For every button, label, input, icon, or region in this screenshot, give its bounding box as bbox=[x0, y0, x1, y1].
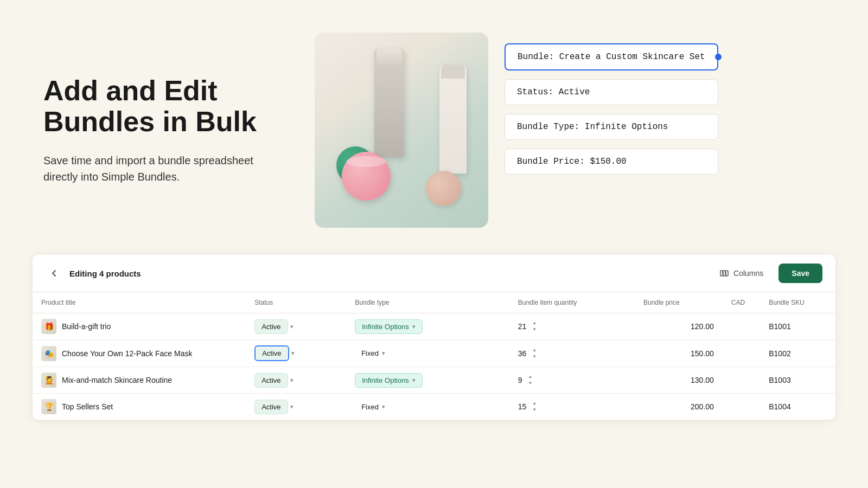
status-dropdown[interactable]: Active ▾ bbox=[254, 319, 337, 334]
col-header-status: Status bbox=[246, 292, 346, 313]
quantity-up[interactable]: ▲ bbox=[531, 348, 538, 353]
status-badge[interactable]: Active bbox=[254, 373, 288, 388]
table-row: 🎁 Build-a-gift trio Active ▾ Infinite Op… bbox=[33, 313, 835, 340]
price-value: 120.00 bbox=[691, 322, 714, 331]
hero-visual: Bundle: Create a Custom Skincare Set Sta… bbox=[315, 33, 825, 228]
quantity-down[interactable]: ▼ bbox=[531, 407, 538, 413]
quantity-spinner[interactable]: ▲ ▼ bbox=[531, 348, 538, 359]
status-badge[interactable]: Active bbox=[254, 345, 289, 361]
product-title-cell: 🎭 Choose Your Own 12-Pack Face Mask bbox=[33, 340, 246, 367]
sku-cell: B1002 bbox=[760, 340, 835, 367]
bundle-type-cell[interactable]: Infinite Options ▾ bbox=[346, 367, 509, 394]
bundle-type-badge[interactable]: Fixed ▾ bbox=[355, 346, 392, 360]
quantity-cell: 9 ▲ ▼ bbox=[509, 367, 635, 394]
product-thumbnail: 🎭 bbox=[41, 346, 56, 361]
col-header-price: Bundle price bbox=[635, 292, 723, 313]
cad-cell bbox=[723, 367, 760, 394]
editing-label: Editing 4 products bbox=[69, 269, 141, 278]
back-button[interactable] bbox=[46, 265, 63, 282]
status-cell[interactable]: Active ▾ bbox=[246, 394, 346, 420]
quantity-cell: 36 ▲ ▼ bbox=[509, 340, 635, 367]
quantity-spinner[interactable]: ▲ ▼ bbox=[527, 374, 534, 386]
bundle-type-badge[interactable]: Infinite Options ▾ bbox=[355, 373, 423, 388]
product-title: Mix-and-match Skincare Routine bbox=[62, 376, 172, 384]
quantity-down[interactable]: ▼ bbox=[531, 354, 538, 359]
product-image bbox=[315, 33, 488, 228]
product-title: Choose Your Own 12-Pack Face Mask bbox=[62, 349, 192, 358]
bundle-type-chevron: ▾ bbox=[382, 403, 385, 410]
product-thumbnail: 🎁 bbox=[41, 319, 56, 334]
svg-rect-1 bbox=[723, 271, 725, 276]
product-jar-pink bbox=[342, 152, 391, 201]
col-header-product: Product title bbox=[33, 292, 246, 313]
product-cell: 💆 Mix-and-match Skincare Routine bbox=[41, 373, 237, 388]
price-cell: 200.00 bbox=[635, 394, 723, 420]
bundle-type-badge[interactable]: Infinite Options ▾ bbox=[355, 319, 423, 334]
sku-value: B1004 bbox=[769, 402, 790, 411]
hero-text: Add and Edit Bundles in Bulk Save time a… bbox=[43, 75, 271, 185]
status-cell[interactable]: Active ▾ bbox=[246, 367, 346, 394]
sku-value: B1002 bbox=[769, 349, 790, 358]
table-header-row: Product title Status Bundle type Bundle … bbox=[33, 292, 835, 313]
quantity-value: 9 bbox=[518, 376, 522, 384]
table-row: 🎭 Choose Your Own 12-Pack Face Mask Acti… bbox=[33, 340, 835, 367]
table-row: 🏆 Top Sellers Set Active ▾ Fixed ▾ 15 ▲ … bbox=[33, 394, 835, 420]
bundle-type-badge[interactable]: Fixed ▾ bbox=[355, 400, 392, 414]
quantity-down[interactable]: ▼ bbox=[527, 381, 534, 386]
status-badge[interactable]: Active bbox=[254, 319, 288, 334]
quantity-up[interactable]: ▲ bbox=[531, 320, 538, 326]
col-header-bundle-type: Bundle type bbox=[346, 292, 509, 313]
price-value: 130.00 bbox=[691, 376, 714, 384]
quantity-container: 36 ▲ ▼ bbox=[518, 348, 626, 359]
quantity-cell: 15 ▲ ▼ bbox=[509, 394, 635, 420]
status-cell[interactable]: Active ▾ bbox=[246, 313, 346, 340]
table-header: Editing 4 products Columns Save bbox=[33, 255, 835, 292]
quantity-value: 21 bbox=[518, 322, 527, 331]
product-thumbnail: 🏆 bbox=[41, 399, 56, 414]
table-row: 💆 Mix-and-match Skincare Routine Active … bbox=[33, 367, 835, 394]
quantity-spinner[interactable]: ▲ ▼ bbox=[531, 320, 538, 332]
quantity-spinner[interactable]: ▲ ▼ bbox=[531, 401, 538, 413]
bundle-type-chevron: ▾ bbox=[412, 323, 416, 330]
price-cell: 120.00 bbox=[635, 313, 723, 340]
product-cell: 🎁 Build-a-gift trio bbox=[41, 319, 237, 334]
quantity-container: 9 ▲ ▼ bbox=[518, 374, 626, 386]
col-header-cad: CAD bbox=[723, 292, 760, 313]
hero-subtitle: Save time and import a bundle spreadshee… bbox=[43, 152, 271, 185]
product-thumbnail: 💆 bbox=[41, 373, 56, 388]
info-card-status: Status: Active bbox=[505, 79, 718, 105]
info-card-status-label: Status: Active bbox=[517, 87, 590, 97]
product-title: Top Sellers Set bbox=[62, 402, 113, 411]
cad-cell bbox=[723, 394, 760, 420]
quantity-up[interactable]: ▲ bbox=[527, 374, 534, 380]
product-title: Build-a-gift trio bbox=[62, 322, 111, 331]
info-card-price: Bundle Price: $150.00 bbox=[505, 149, 718, 175]
quantity-down[interactable]: ▼ bbox=[531, 327, 538, 332]
bundle-type-chevron: ▾ bbox=[382, 350, 385, 357]
cad-cell bbox=[723, 313, 760, 340]
status-cell[interactable]: Active ▾ bbox=[246, 340, 346, 367]
price-cell: 150.00 bbox=[635, 340, 723, 367]
columns-button[interactable]: Columns bbox=[713, 264, 770, 282]
info-card-bundle-label: Bundle: Create a Custom Skincare Set bbox=[518, 52, 705, 62]
product-cell: 🏆 Top Sellers Set bbox=[41, 399, 237, 414]
columns-label: Columns bbox=[733, 269, 763, 278]
status-chevron: ▾ bbox=[290, 377, 293, 384]
status-dropdown[interactable]: Active ▾ bbox=[254, 345, 337, 361]
quantity-container: 21 ▲ ▼ bbox=[518, 320, 626, 332]
status-dropdown[interactable]: Active ▾ bbox=[254, 373, 337, 388]
sku-value: B1003 bbox=[769, 376, 790, 384]
quantity-value: 36 bbox=[518, 349, 527, 358]
bundle-type-cell[interactable]: Infinite Options ▾ bbox=[346, 313, 509, 340]
status-badge[interactable]: Active bbox=[254, 400, 288, 414]
svg-rect-0 bbox=[720, 271, 723, 276]
quantity-up[interactable]: ▲ bbox=[531, 401, 538, 406]
bundle-type-chevron: ▾ bbox=[412, 377, 416, 384]
save-button[interactable]: Save bbox=[778, 264, 822, 283]
bundle-type-cell[interactable]: Fixed ▾ bbox=[346, 340, 509, 367]
quantity-value: 15 bbox=[518, 402, 527, 411]
bundle-type-cell[interactable]: Fixed ▾ bbox=[346, 394, 509, 420]
sku-value: B1001 bbox=[769, 322, 790, 331]
info-card-bundle: Bundle: Create a Custom Skincare Set bbox=[505, 43, 718, 70]
status-dropdown[interactable]: Active ▾ bbox=[254, 400, 337, 414]
